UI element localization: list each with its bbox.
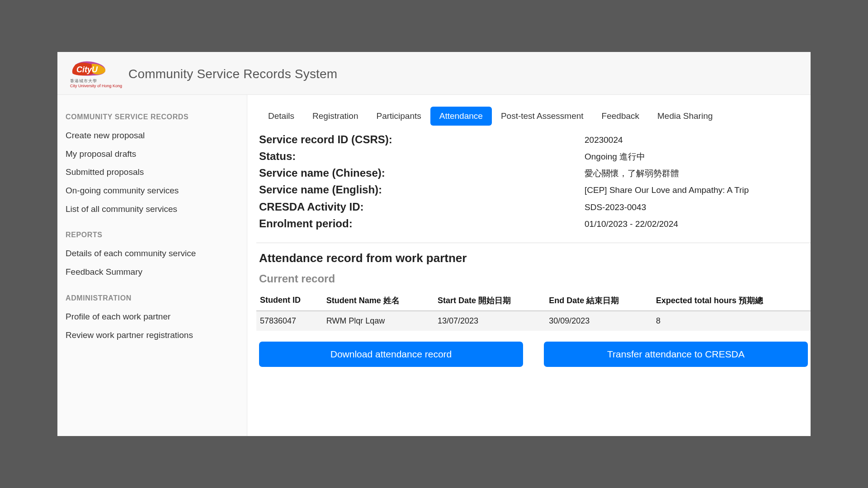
label-enrolment: Enrolment period:	[259, 216, 585, 232]
col-student-id: Student ID	[256, 291, 323, 311]
app-body: COMMUNITY SERVICE RECORDS Create new pro…	[57, 95, 811, 436]
tab-attendance[interactable]: Attendance	[430, 107, 492, 126]
tab-bar: Details Registration Participants Attend…	[256, 107, 811, 126]
logo-subtext-en: City University of Hong Kong	[70, 84, 122, 88]
tab-details[interactable]: Details	[259, 107, 303, 126]
sidebar-item-feedback-summary[interactable]: Feedback Summary	[66, 263, 239, 282]
table-header-row: Student ID Student Name 姓名 Start Date 開始…	[256, 291, 811, 311]
app-header: CityU 香港城市大學 City University of Hong Kon…	[57, 52, 811, 95]
col-start-date: Start Date 開始日期	[434, 291, 545, 311]
cell-student-id: 57836047	[256, 311, 323, 331]
tab-posttest[interactable]: Post-test Assessment	[492, 107, 593, 126]
cell-end-date: 30/09/2023	[545, 311, 652, 331]
tab-registration[interactable]: Registration	[303, 107, 367, 126]
value-record-id: 20230024	[585, 132, 808, 148]
page-title: Community Service Records System	[128, 67, 337, 81]
col-student-name: Student Name 姓名	[323, 291, 434, 311]
sidebar-item-ongoing[interactable]: On-going community services	[66, 182, 239, 200]
value-enrolment: 01/10/2023 - 22/02/2024	[585, 216, 808, 232]
tab-media-sharing[interactable]: Media Sharing	[648, 107, 722, 126]
sidebar-item-my-drafts[interactable]: My proposal drafts	[66, 145, 239, 164]
cityu-logo-icon: CityU	[70, 60, 107, 79]
sidebar-item-create-proposal[interactable]: Create new proposal	[66, 127, 239, 145]
cell-student-name: RWM Plqr Lqaw	[323, 311, 434, 331]
label-name-cn: Service name (Chinese):	[259, 165, 585, 181]
sidebar-item-submitted[interactable]: Submitted proposals	[66, 163, 239, 182]
label-record-id: Service record ID (CSRS):	[259, 132, 585, 148]
sidebar: COMMUNITY SERVICE RECORDS Create new pro…	[57, 95, 247, 436]
cell-expected-hours: 8	[652, 311, 811, 331]
col-expected-hours: Expected total hours 預期總	[652, 291, 811, 311]
label-name-en: Service name (English):	[259, 182, 585, 198]
svg-text:CityU: CityU	[76, 65, 98, 74]
attendance-heading: Attendance record from work partner	[256, 251, 811, 265]
attendance-table: Student ID Student Name 姓名 Start Date 開始…	[256, 291, 811, 331]
sidebar-item-all-services[interactable]: List of all community services	[66, 200, 239, 219]
col-end-date: End Date 結束日期	[545, 291, 652, 311]
sidebar-item-details-report[interactable]: Details of each community service	[66, 244, 239, 263]
label-cresda-id: CRESDA Activity ID:	[259, 199, 585, 215]
value-name-en: [CEP] Share Our Love and Ampathy: A Trip	[585, 182, 808, 198]
app-window: CityU 香港城市大學 City University of Hong Kon…	[57, 52, 811, 436]
label-status: Status:	[259, 149, 585, 164]
table-row: 57836047 RWM Plqr Lqaw 13/07/2023 30/09/…	[256, 311, 811, 331]
download-attendance-button[interactable]: Download attendance record	[259, 342, 523, 367]
sidebar-item-review-registrations[interactable]: Review work partner registrations	[66, 326, 239, 345]
transfer-attendance-button[interactable]: Transfer attendance to CRESDA	[544, 342, 808, 367]
value-status: Ongoing 進行中	[585, 149, 808, 164]
button-row: Download attendance record Transfer atte…	[256, 331, 811, 367]
service-details: Service record ID (CSRS): 20230024 Statu…	[256, 132, 811, 243]
logo: CityU 香港城市大學 City University of Hong Kon…	[70, 60, 122, 88]
sidebar-heading-reports: REPORTS	[66, 231, 239, 239]
tab-feedback[interactable]: Feedback	[593, 107, 648, 126]
current-record-heading: Current record	[256, 272, 811, 285]
sidebar-heading-admin: ADMINISTRATION	[66, 294, 239, 302]
value-name-cn: 愛心關懷，了解弱勢群體	[585, 165, 808, 181]
main-content: Details Registration Participants Attend…	[247, 95, 811, 436]
sidebar-heading-records: COMMUNITY SERVICE RECORDS	[66, 113, 239, 121]
tab-participants[interactable]: Participants	[367, 107, 430, 126]
cell-start-date: 13/07/2023	[434, 311, 545, 331]
value-cresda-id: SDS-2023-0043	[585, 199, 808, 215]
sidebar-item-partner-profile[interactable]: Profile of each work partner	[66, 308, 239, 326]
